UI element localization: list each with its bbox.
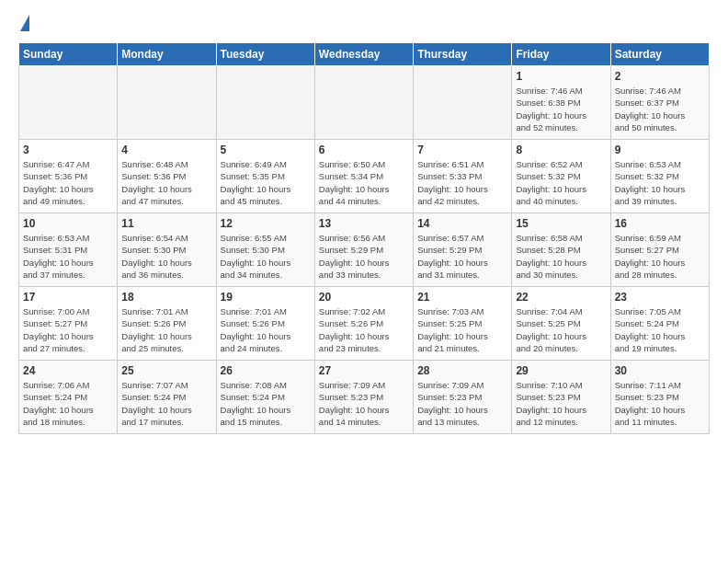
day-number: 3 xyxy=(23,144,113,156)
day-info: Sunrise: 7:07 AMSunset: 5:24 PMDaylight:… xyxy=(121,379,211,428)
day-number: 29 xyxy=(516,364,606,377)
day-number: 22 xyxy=(516,291,606,304)
day-info: Sunrise: 7:01 AMSunset: 5:26 PMDaylight:… xyxy=(221,305,311,354)
logo-triangle-icon xyxy=(20,15,29,31)
weekday-header-friday: Friday xyxy=(512,43,610,66)
calendar-cell: 24Sunrise: 7:06 AMSunset: 5:24 PMDayligh… xyxy=(19,361,118,434)
day-info: Sunrise: 6:51 AMSunset: 5:33 PMDaylight:… xyxy=(417,158,507,207)
day-number: 6 xyxy=(319,144,409,156)
day-info: Sunrise: 7:46 AMSunset: 6:37 PMDaylight:… xyxy=(615,85,705,133)
weekday-header-row: SundayMondayTuesdayWednesdayThursdayFrid… xyxy=(19,43,710,66)
calendar-cell: 16Sunrise: 6:59 AMSunset: 5:27 PMDayligh… xyxy=(610,213,709,287)
day-number: 24 xyxy=(23,364,113,377)
weekday-header-monday: Monday xyxy=(118,43,216,66)
day-number: 25 xyxy=(121,364,211,377)
weekday-header-tuesday: Tuesday xyxy=(216,43,314,66)
day-number: 21 xyxy=(417,291,507,304)
calendar-cell: 10Sunrise: 6:53 AMSunset: 5:31 PMDayligh… xyxy=(19,213,118,287)
calendar-cell: 20Sunrise: 7:02 AMSunset: 5:26 PMDayligh… xyxy=(314,287,413,361)
calendar-cell: 22Sunrise: 7:04 AMSunset: 5:25 PMDayligh… xyxy=(512,287,610,361)
weekday-header-saturday: Saturday xyxy=(610,43,709,66)
calendar-cell: 2Sunrise: 7:46 AMSunset: 6:37 PMDaylight… xyxy=(610,66,709,140)
calendar-cell xyxy=(118,66,216,140)
day-number: 30 xyxy=(615,364,705,377)
calendar-cell: 1Sunrise: 7:46 AMSunset: 6:38 PMDaylight… xyxy=(512,66,610,140)
calendar-cell: 29Sunrise: 7:10 AMSunset: 5:23 PMDayligh… xyxy=(512,361,610,434)
day-info: Sunrise: 7:09 AMSunset: 5:23 PMDaylight:… xyxy=(319,379,409,428)
calendar-cell xyxy=(19,66,118,140)
day-info: Sunrise: 7:08 AMSunset: 5:24 PMDaylight:… xyxy=(221,379,311,428)
day-info: Sunrise: 7:10 AMSunset: 5:23 PMDaylight:… xyxy=(516,379,606,428)
day-number: 9 xyxy=(615,144,705,156)
day-info: Sunrise: 7:00 AMSunset: 5:27 PMDaylight:… xyxy=(23,305,113,354)
day-number: 13 xyxy=(319,217,409,230)
day-info: Sunrise: 6:49 AMSunset: 5:35 PMDaylight:… xyxy=(221,158,311,207)
day-info: Sunrise: 7:46 AMSunset: 6:38 PMDaylight:… xyxy=(516,85,606,133)
calendar-body: 1Sunrise: 7:46 AMSunset: 6:38 PMDaylight… xyxy=(19,66,710,434)
day-number: 2 xyxy=(615,70,705,83)
calendar-cell: 9Sunrise: 6:53 AMSunset: 5:32 PMDaylight… xyxy=(610,140,709,213)
day-number: 8 xyxy=(516,144,606,156)
day-number: 20 xyxy=(319,291,409,304)
calendar-cell: 15Sunrise: 6:58 AMSunset: 5:28 PMDayligh… xyxy=(512,213,610,287)
logo xyxy=(18,15,29,33)
day-info: Sunrise: 7:01 AMSunset: 5:26 PMDaylight:… xyxy=(121,305,211,354)
calendar-cell: 19Sunrise: 7:01 AMSunset: 5:26 PMDayligh… xyxy=(216,287,314,361)
weekday-header-wednesday: Wednesday xyxy=(314,43,413,66)
calendar-cell: 6Sunrise: 6:50 AMSunset: 5:34 PMDaylight… xyxy=(314,140,413,213)
day-info: Sunrise: 7:05 AMSunset: 5:24 PMDaylight:… xyxy=(615,305,705,354)
day-info: Sunrise: 6:59 AMSunset: 5:27 PMDaylight:… xyxy=(615,232,705,281)
calendar-cell: 7Sunrise: 6:51 AMSunset: 5:33 PMDaylight… xyxy=(414,140,512,213)
calendar-cell: 4Sunrise: 6:48 AMSunset: 5:36 PMDaylight… xyxy=(118,140,216,213)
calendar-cell: 30Sunrise: 7:11 AMSunset: 5:23 PMDayligh… xyxy=(610,361,709,434)
calendar-cell: 8Sunrise: 6:52 AMSunset: 5:32 PMDaylight… xyxy=(512,140,610,213)
day-number: 5 xyxy=(221,144,311,156)
day-number: 18 xyxy=(121,291,211,304)
day-info: Sunrise: 6:50 AMSunset: 5:34 PMDaylight:… xyxy=(319,158,409,207)
day-number: 17 xyxy=(23,291,113,304)
day-number: 7 xyxy=(417,144,507,156)
day-number: 11 xyxy=(121,217,211,230)
calendar-table: SundayMondayTuesdayWednesdayThursdayFrid… xyxy=(18,42,710,434)
day-number: 4 xyxy=(121,144,211,156)
calendar-cell: 11Sunrise: 6:54 AMSunset: 5:30 PMDayligh… xyxy=(118,213,216,287)
day-info: Sunrise: 6:52 AMSunset: 5:32 PMDaylight:… xyxy=(516,158,606,207)
calendar-week-row: 3Sunrise: 6:47 AMSunset: 5:36 PMDaylight… xyxy=(19,140,710,213)
day-info: Sunrise: 6:56 AMSunset: 5:29 PMDaylight:… xyxy=(319,232,409,281)
day-info: Sunrise: 6:53 AMSunset: 5:32 PMDaylight:… xyxy=(615,158,705,207)
calendar-header: SundayMondayTuesdayWednesdayThursdayFrid… xyxy=(19,43,710,66)
day-number: 1 xyxy=(516,70,606,83)
day-info: Sunrise: 7:02 AMSunset: 5:26 PMDaylight:… xyxy=(319,305,409,354)
day-info: Sunrise: 6:48 AMSunset: 5:36 PMDaylight:… xyxy=(121,158,211,207)
day-number: 26 xyxy=(221,364,311,377)
calendar-cell xyxy=(216,66,314,140)
weekday-header-sunday: Sunday xyxy=(19,43,118,66)
calendar-week-row: 10Sunrise: 6:53 AMSunset: 5:31 PMDayligh… xyxy=(19,213,710,287)
calendar-week-row: 17Sunrise: 7:00 AMSunset: 5:27 PMDayligh… xyxy=(19,287,710,361)
calendar-cell: 17Sunrise: 7:00 AMSunset: 5:27 PMDayligh… xyxy=(19,287,118,361)
calendar-cell: 27Sunrise: 7:09 AMSunset: 5:23 PMDayligh… xyxy=(314,361,413,434)
day-info: Sunrise: 6:47 AMSunset: 5:36 PMDaylight:… xyxy=(23,158,113,207)
calendar-cell: 23Sunrise: 7:05 AMSunset: 5:24 PMDayligh… xyxy=(610,287,709,361)
calendar-week-row: 24Sunrise: 7:06 AMSunset: 5:24 PMDayligh… xyxy=(19,361,710,434)
calendar-cell: 12Sunrise: 6:55 AMSunset: 5:30 PMDayligh… xyxy=(216,213,314,287)
calendar-cell: 28Sunrise: 7:09 AMSunset: 5:23 PMDayligh… xyxy=(414,361,512,434)
calendar-cell: 26Sunrise: 7:08 AMSunset: 5:24 PMDayligh… xyxy=(216,361,314,434)
day-number: 15 xyxy=(516,217,606,230)
day-info: Sunrise: 7:11 AMSunset: 5:23 PMDaylight:… xyxy=(615,379,705,428)
day-info: Sunrise: 7:09 AMSunset: 5:23 PMDaylight:… xyxy=(417,379,507,428)
page: SundayMondayTuesdayWednesdayThursdayFrid… xyxy=(0,0,728,563)
weekday-header-thursday: Thursday xyxy=(414,43,512,66)
day-number: 14 xyxy=(417,217,507,230)
calendar-cell xyxy=(414,66,512,140)
day-info: Sunrise: 6:58 AMSunset: 5:28 PMDaylight:… xyxy=(516,232,606,281)
day-number: 27 xyxy=(319,364,409,377)
day-info: Sunrise: 7:06 AMSunset: 5:24 PMDaylight:… xyxy=(23,379,113,428)
calendar-cell: 18Sunrise: 7:01 AMSunset: 5:26 PMDayligh… xyxy=(118,287,216,361)
calendar-cell: 14Sunrise: 6:57 AMSunset: 5:29 PMDayligh… xyxy=(414,213,512,287)
calendar-cell xyxy=(314,66,413,140)
day-info: Sunrise: 7:04 AMSunset: 5:25 PMDaylight:… xyxy=(516,305,606,354)
day-info: Sunrise: 6:53 AMSunset: 5:31 PMDaylight:… xyxy=(23,232,113,281)
calendar-cell: 25Sunrise: 7:07 AMSunset: 5:24 PMDayligh… xyxy=(118,361,216,434)
calendar-cell: 21Sunrise: 7:03 AMSunset: 5:25 PMDayligh… xyxy=(414,287,512,361)
